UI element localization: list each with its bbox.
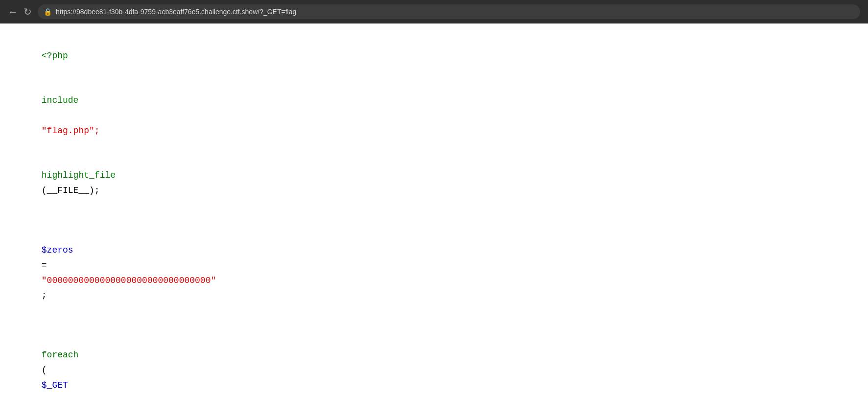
code-line-3: highlight_file (__FILE__); <box>10 153 858 213</box>
include-str: "flag.php"; <box>42 126 100 136</box>
back-button[interactable]: ← <box>8 6 18 18</box>
reload-button[interactable]: ↻ <box>23 6 32 18</box>
lock-icon: 🔒 <box>44 8 52 16</box>
foreach-kw: foreach <box>42 350 79 360</box>
code-line-6 <box>10 318 858 333</box>
include-kw: include <box>42 95 79 105</box>
code-block: <?php include "flag.php"; highlight_file… <box>10 33 858 397</box>
zeros-var: $zeros <box>42 245 73 255</box>
code-line-4 <box>10 213 858 228</box>
url-text: https://98dbee81-f30b-4dfa-9759-acb3eaff… <box>56 8 296 16</box>
code-line-2: include "flag.php"; <box>10 78 858 153</box>
address-bar[interactable]: 🔒 https://98dbee81-f30b-4dfa-9759-acb3ea… <box>38 4 860 19</box>
zeros-str: "0000000000000000000000000000000" <box>42 276 216 285</box>
code-line-7: foreach ( $_GET as $key => $value ){ <box>10 333 858 397</box>
page-content: <?php include "flag.php"; highlight_file… <box>0 23 868 397</box>
get-var: $_GET <box>42 380 68 390</box>
highlight-fn: highlight_file <box>42 170 116 180</box>
browser-chrome: ← ↻ 🔒 https://98dbee81-f30b-4dfa-9759-ac… <box>0 0 868 23</box>
php-open-tag: <?php <box>42 51 68 61</box>
code-line-5: $zeros = "000000000000000000000000000000… <box>10 228 858 318</box>
code-line-1: <?php <box>10 33 858 78</box>
